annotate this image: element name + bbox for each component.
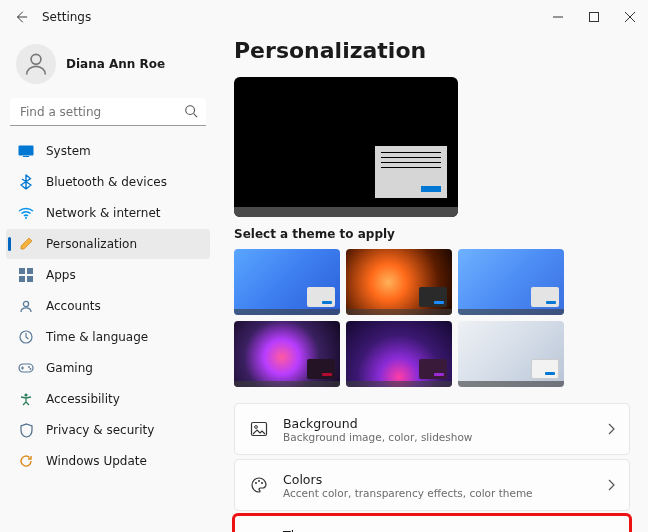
nav-list: System Bluetooth & devices Network & int… bbox=[6, 136, 210, 476]
nav-accessibility[interactable]: Accessibility bbox=[6, 384, 210, 414]
palette-icon bbox=[249, 475, 269, 495]
svg-point-18 bbox=[30, 368, 32, 370]
nav-accounts[interactable]: Accounts bbox=[6, 291, 210, 321]
avatar bbox=[16, 44, 56, 84]
user-name: Diana Ann Roe bbox=[66, 57, 165, 71]
search-icon bbox=[184, 104, 198, 118]
svg-point-19 bbox=[24, 393, 27, 396]
svg-point-22 bbox=[255, 482, 257, 484]
wifi-icon bbox=[18, 205, 34, 221]
settings-list: Background Background image, color, slid… bbox=[234, 403, 630, 532]
apps-icon bbox=[18, 267, 34, 283]
svg-point-14 bbox=[23, 301, 28, 306]
svg-rect-10 bbox=[19, 268, 25, 274]
nav-label: Accounts bbox=[46, 299, 101, 313]
main-content: Personalization Select a theme to apply … bbox=[216, 34, 648, 532]
nav-label: Time & language bbox=[46, 330, 148, 344]
nav-label: Windows Update bbox=[46, 454, 147, 468]
svg-rect-8 bbox=[23, 156, 29, 157]
svg-point-23 bbox=[258, 480, 260, 482]
nav-label: Privacy & security bbox=[46, 423, 154, 437]
nav-bluetooth[interactable]: Bluetooth & devices bbox=[6, 167, 210, 197]
setting-background[interactable]: Background Background image, color, slid… bbox=[234, 403, 630, 455]
titlebar: Settings bbox=[0, 0, 648, 34]
svg-point-24 bbox=[261, 482, 263, 484]
theme-thumb-2[interactable] bbox=[346, 249, 452, 315]
back-button[interactable] bbox=[12, 8, 30, 26]
nav-label: Personalization bbox=[46, 237, 137, 251]
theme-thumb-6[interactable] bbox=[458, 321, 564, 387]
system-icon bbox=[18, 143, 34, 159]
preview-taskbar bbox=[234, 207, 458, 217]
nav-system[interactable]: System bbox=[6, 136, 210, 166]
svg-rect-13 bbox=[27, 276, 33, 282]
minimize-button[interactable] bbox=[540, 0, 576, 34]
search-container bbox=[10, 98, 206, 126]
nav-privacy[interactable]: Privacy & security bbox=[6, 415, 210, 445]
user-profile[interactable]: Diana Ann Roe bbox=[6, 38, 210, 98]
setting-title: Themes bbox=[283, 528, 404, 533]
update-icon bbox=[18, 453, 34, 469]
nav-label: System bbox=[46, 144, 91, 158]
search-input[interactable] bbox=[10, 98, 206, 126]
svg-point-5 bbox=[186, 106, 195, 115]
nav-label: Apps bbox=[46, 268, 76, 282]
theme-thumb-3[interactable] bbox=[458, 249, 564, 315]
sidebar: Diana Ann Roe System Bluetooth & devices… bbox=[0, 34, 216, 532]
window-controls bbox=[540, 0, 648, 34]
gaming-icon bbox=[18, 360, 34, 376]
svg-point-17 bbox=[28, 366, 30, 368]
theme-grid bbox=[234, 249, 564, 387]
svg-rect-1 bbox=[590, 13, 599, 22]
nav-label: Accessibility bbox=[46, 392, 120, 406]
svg-rect-12 bbox=[19, 276, 25, 282]
theme-section-label: Select a theme to apply bbox=[234, 227, 630, 241]
time-icon bbox=[18, 329, 34, 345]
nav-gaming[interactable]: Gaming bbox=[6, 353, 210, 383]
chevron-right-icon bbox=[607, 479, 615, 491]
svg-point-4 bbox=[31, 54, 41, 64]
accounts-icon bbox=[18, 298, 34, 314]
nav-network[interactable]: Network & internet bbox=[6, 198, 210, 228]
theme-thumb-5[interactable] bbox=[346, 321, 452, 387]
chevron-right-icon bbox=[607, 423, 615, 435]
nav-label: Gaming bbox=[46, 361, 93, 375]
setting-title: Background bbox=[283, 416, 472, 431]
setting-subtitle: Accent color, transparency effects, colo… bbox=[283, 487, 533, 499]
nav-time[interactable]: Time & language bbox=[6, 322, 210, 352]
svg-point-9 bbox=[25, 217, 27, 219]
nav-label: Bluetooth & devices bbox=[46, 175, 167, 189]
personalization-icon bbox=[18, 236, 34, 252]
setting-themes[interactable]: Themes Install, create, manage bbox=[234, 515, 630, 532]
nav-personalization[interactable]: Personalization bbox=[6, 229, 210, 259]
svg-rect-7 bbox=[19, 146, 34, 156]
nav-update[interactable]: Windows Update bbox=[6, 446, 210, 476]
svg-point-21 bbox=[255, 426, 258, 429]
maximize-button[interactable] bbox=[576, 0, 612, 34]
image-icon bbox=[249, 419, 269, 439]
theme-thumb-1[interactable] bbox=[234, 249, 340, 315]
privacy-icon bbox=[18, 422, 34, 438]
accessibility-icon bbox=[18, 391, 34, 407]
setting-colors[interactable]: Colors Accent color, transparency effect… bbox=[234, 459, 630, 511]
setting-subtitle: Background image, color, slideshow bbox=[283, 431, 472, 443]
page-title: Personalization bbox=[234, 38, 630, 63]
desktop-preview bbox=[234, 77, 458, 217]
theme-thumb-4[interactable] bbox=[234, 321, 340, 387]
nav-apps[interactable]: Apps bbox=[6, 260, 210, 290]
preview-window bbox=[374, 145, 448, 199]
window-title: Settings bbox=[42, 10, 91, 24]
svg-line-6 bbox=[194, 114, 198, 118]
svg-rect-11 bbox=[27, 268, 33, 274]
setting-title: Colors bbox=[283, 472, 533, 487]
nav-label: Network & internet bbox=[46, 206, 161, 220]
close-button[interactable] bbox=[612, 0, 648, 34]
bluetooth-icon bbox=[18, 174, 34, 190]
